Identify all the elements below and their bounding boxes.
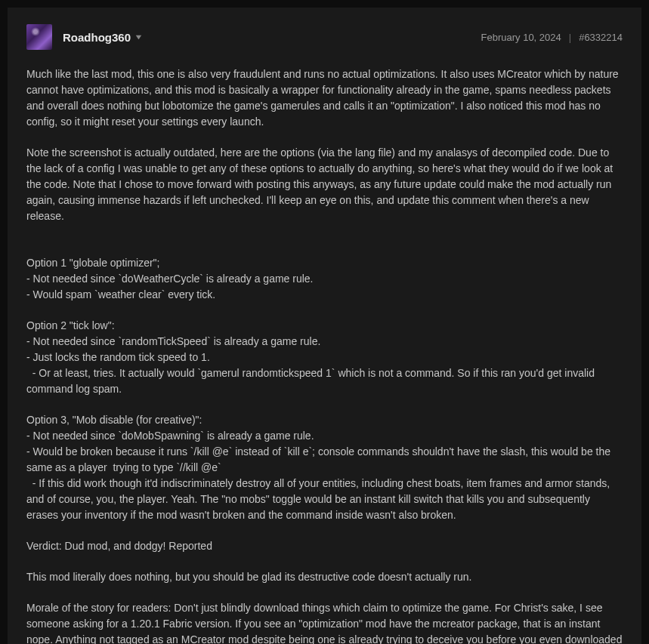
option-detail: - Not needed since `doWeatherCycle` is a… <box>26 271 623 287</box>
option-detail: - Not needed since `randomTickSpeed` is … <box>26 334 623 350</box>
meta-divider: | <box>569 32 571 43</box>
post-date: February 10, 2024 <box>481 32 561 43</box>
username-dropdown[interactable]: Roadhog360 ▼ <box>63 31 142 44</box>
forum-post: Roadhog360 ▼ February 10, 2024 | #633221… <box>8 8 641 644</box>
option-detail: - If this did work though it'd indiscrim… <box>26 476 623 523</box>
avatar[interactable] <box>26 24 52 50</box>
option-detail: - Would be broken because it runs `/kill… <box>26 444 623 476</box>
post-body: Much like the last mod, this one is also… <box>26 66 623 644</box>
option-title: Option 2 "tick low": <box>26 318 623 334</box>
paragraph: This mod literally does nothing, but you… <box>26 569 623 585</box>
username-text: Roadhog360 <box>63 31 131 44</box>
option-title: Option 1 "globale optimizer"; <box>26 255 623 271</box>
verdict: Verdict: Dud mod, and dodgy! Reported <box>26 538 623 554</box>
option-detail: - Not needed since `doMobSpawning` is al… <box>26 428 623 444</box>
post-header: Roadhog360 ▼ February 10, 2024 | #633221… <box>26 24 623 50</box>
option-detail: - Just locks the random tick speed to 1. <box>26 350 623 365</box>
post-header-right: February 10, 2024 | #6332214 <box>481 32 623 43</box>
option-block-2: Option 2 "tick low": - Not needed since … <box>26 318 623 397</box>
option-title: Option 3, "Mob disable (for creative)": <box>26 412 623 428</box>
post-permalink[interactable]: #6332214 <box>579 32 623 43</box>
option-detail: - Or at least, tries. It actually would … <box>26 365 623 397</box>
option-detail: - Would spam `weather clear` every tick. <box>26 287 623 303</box>
paragraph: Morale of the story for readers: Don't j… <box>26 600 623 644</box>
option-block-3: Option 3, "Mob disable (for creative)": … <box>26 412 623 523</box>
spacer <box>26 239 623 255</box>
option-block-1: Option 1 "globale optimizer"; - Not need… <box>26 255 623 303</box>
paragraph: Much like the last mod, this one is also… <box>26 66 623 130</box>
paragraph: Note the screenshot is actually outdated… <box>26 145 623 224</box>
post-header-left: Roadhog360 ▼ <box>26 24 142 50</box>
chevron-down-icon: ▼ <box>134 33 143 41</box>
